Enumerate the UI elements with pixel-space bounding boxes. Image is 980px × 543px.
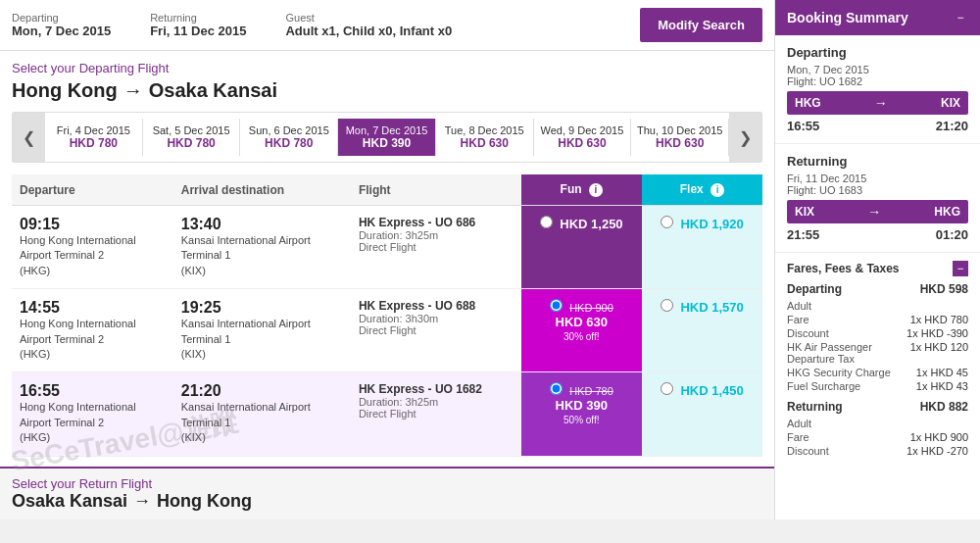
returning-label: Returning bbox=[150, 12, 246, 24]
fare-row-dep-fuel: Fuel Surcharge1x HKD 43 bbox=[787, 380, 968, 392]
return-destination: Hong Kong bbox=[157, 491, 252, 512]
date-price-5: HKD 630 bbox=[538, 136, 627, 150]
date-label-2: Sun, 6 Dec 2015 bbox=[244, 124, 333, 136]
departing-route-bar: HKG → KIX bbox=[787, 91, 968, 115]
date-cell-2[interactable]: Sun, 6 Dec 2015 HKD 780 bbox=[240, 119, 338, 156]
fun-radio-0[interactable] bbox=[540, 216, 553, 228]
flight-info-0: HK Express - UO 686 Duration: 3h25m Dire… bbox=[351, 206, 521, 289]
fun-radio-1[interactable] bbox=[550, 299, 563, 312]
fares-returning-subtitle: Returning HKD 882 bbox=[787, 400, 968, 414]
dep-route-arrow: → bbox=[874, 95, 888, 111]
ret-from-code: KIX bbox=[795, 205, 814, 219]
route-arrow: → bbox=[123, 79, 143, 102]
fare-row-dep-security: HKG Security Charge1x HKD 45 bbox=[787, 367, 968, 378]
flex-radio-1[interactable] bbox=[661, 299, 673, 312]
route-title: Hong Kong → Osaka Kansai bbox=[12, 79, 762, 102]
fun-price-0[interactable]: HKD 1,250 bbox=[521, 206, 642, 289]
arr-cell-0: 13:40 Kansai International AirportTermin… bbox=[173, 206, 351, 289]
fares-departing-subtitle: Departing HKD 598 bbox=[787, 282, 968, 296]
departing-label: Departing bbox=[12, 12, 111, 24]
origin-city: Hong Kong bbox=[12, 79, 118, 102]
prev-date-button[interactable]: ❮ bbox=[13, 113, 45, 162]
dep-cell-1: 14:55 Hong Kong InternationalAirport Ter… bbox=[12, 289, 173, 372]
date-cell-0[interactable]: Fri, 4 Dec 2015 HKD 780 bbox=[45, 119, 143, 156]
dep-cell-2: 16:55 Hong Kong InternationalAirport Ter… bbox=[12, 372, 173, 456]
flex-price-1[interactable]: HKD 1,570 bbox=[642, 289, 762, 372]
flight-duration-2: Duration: 3h25m bbox=[359, 396, 514, 408]
dep-from-code: HKG bbox=[795, 96, 821, 110]
ret-arr-time: 01:20 bbox=[936, 227, 968, 242]
fare-row-ret-fare: Fare1x HKD 900 bbox=[787, 431, 968, 443]
date-cell-3[interactable]: Mon, 7 Dec 2015 HKD 390 bbox=[338, 119, 436, 156]
flight-name-2: HK Express - UO 1682 bbox=[359, 382, 514, 396]
date-selector: ❮ Fri, 4 Dec 2015 HKD 780 Sat, 5 Dec 201… bbox=[12, 112, 762, 163]
dep-arr-time: 21:20 bbox=[936, 119, 968, 133]
destination-city: Osaka Kansai bbox=[149, 79, 277, 102]
fun-price-1[interactable]: HKD 900 HKD 630 30% off! bbox=[521, 289, 642, 372]
fun-info-icon[interactable]: i bbox=[589, 183, 603, 197]
header-bar: Departing Mon, 7 Dec 2015 Returning Fri,… bbox=[0, 0, 774, 51]
sidebar-departing-label: Departing bbox=[787, 45, 968, 60]
departing-value: Mon, 7 Dec 2015 bbox=[12, 24, 111, 38]
fares-toggle-button[interactable]: − bbox=[953, 261, 968, 276]
sidebar-returning-flight: Flight: UO 1683 bbox=[787, 184, 968, 196]
fare-row-dep-adult: Adult bbox=[787, 300, 968, 312]
dep-airport-1: Hong Kong InternationalAirport Terminal … bbox=[20, 317, 166, 362]
modify-search-button[interactable]: Modify Search bbox=[640, 8, 762, 42]
fares-section: Fares, Fees & Taxes − Departing HKD 598 … bbox=[775, 253, 980, 467]
date-cell-4[interactable]: Tue, 8 Dec 2015 HKD 630 bbox=[436, 119, 534, 156]
flight-duration-1: Duration: 3h30m bbox=[359, 313, 514, 324]
guest-label: Guest bbox=[285, 12, 452, 24]
date-price-0: HKD 780 bbox=[49, 136, 138, 150]
sidebar-departing-date: Mon, 7 Dec 2015 bbox=[787, 64, 968, 75]
return-route: Osaka Kansai → Hong Kong bbox=[12, 491, 762, 512]
arr-cell-1: 19:25 Kansai International AirportTermin… bbox=[173, 289, 351, 372]
flex-price-2[interactable]: HKD 1,450 bbox=[642, 372, 762, 456]
return-origin: Osaka Kansai bbox=[12, 491, 127, 512]
booking-summary-title: Booking Summary bbox=[787, 10, 908, 25]
fun-price-2[interactable]: HKD 780 HKD 390 50% off! bbox=[521, 372, 642, 456]
date-price-2: HKD 780 bbox=[244, 136, 333, 150]
flex-radio-0[interactable] bbox=[661, 216, 673, 228]
booking-sidebar: Booking Summary − Departing Mon, 7 Dec 2… bbox=[774, 0, 980, 519]
flex-radio-2[interactable] bbox=[661, 382, 673, 395]
dep-airport-2: Hong Kong InternationalAirport Terminal … bbox=[20, 400, 166, 445]
date-label-6: Thu, 10 Dec 2015 bbox=[635, 124, 724, 136]
arr-time-1: 19:25 bbox=[181, 299, 343, 317]
date-cell-5[interactable]: Wed, 9 Dec 2015 HKD 630 bbox=[534, 119, 632, 156]
booking-summary-toggle[interactable]: − bbox=[953, 10, 968, 25]
date-cell-1[interactable]: Sat, 5 Dec 2015 HKD 780 bbox=[143, 119, 241, 156]
col-fun: Fun i bbox=[521, 174, 642, 206]
arr-time-2: 21:20 bbox=[181, 382, 343, 400]
flex-info-icon[interactable]: i bbox=[710, 183, 724, 197]
ret-to-code: HKG bbox=[934, 205, 960, 219]
return-banner: Select your Return Flight Osaka Kansai →… bbox=[0, 467, 774, 519]
col-arrival: Arrival destination bbox=[173, 174, 351, 206]
sidebar-departing-flight: Flight: UO 1682 bbox=[787, 75, 968, 87]
dep-airport-0: Hong Kong InternationalAirport Terminal … bbox=[20, 233, 166, 278]
date-cell-6[interactable]: Thu, 10 Dec 2015 HKD 630 bbox=[631, 119, 729, 156]
date-label-4: Tue, 8 Dec 2015 bbox=[440, 124, 529, 136]
date-price-6: HKD 630 bbox=[635, 136, 724, 150]
date-price-3: HKD 390 bbox=[342, 136, 431, 150]
flight-name-0: HK Express - UO 686 bbox=[359, 216, 514, 229]
fare-row-dep-discount: Discount1x HKD -390 bbox=[787, 327, 968, 339]
arr-airport-1: Kansai International AirportTerminal 1(K… bbox=[181, 317, 343, 362]
flight-duration-0: Duration: 3h25m bbox=[359, 229, 514, 241]
dep-time-0: 09:15 bbox=[20, 216, 166, 233]
dep-to-code: KIX bbox=[941, 96, 960, 110]
next-date-button[interactable]: ❯ bbox=[729, 113, 761, 162]
fares-title: Fares, Fees & Taxes bbox=[787, 262, 900, 275]
flights-table: Departure Arrival destination Flight Fun… bbox=[12, 174, 762, 457]
col-flight: Flight bbox=[351, 174, 521, 206]
arr-airport-0: Kansai International AirportTerminal 1(K… bbox=[181, 233, 343, 278]
sidebar-departing: Departing Mon, 7 Dec 2015 Flight: UO 168… bbox=[775, 35, 980, 144]
flight-type-0: Direct Flight bbox=[359, 241, 514, 253]
dep-cell-0: 09:15 Hong Kong InternationalAirport Ter… bbox=[12, 206, 173, 289]
flex-price-0[interactable]: HKD 1,920 bbox=[642, 206, 762, 289]
fun-radio-2[interactable] bbox=[550, 382, 563, 395]
col-departure: Departure bbox=[12, 174, 173, 206]
return-arrow: → bbox=[133, 491, 151, 512]
guest-field: Guest Adult x1, Child x0, Infant x0 bbox=[285, 12, 452, 38]
select-departing-title: Select your Departing Flight bbox=[12, 61, 762, 75]
